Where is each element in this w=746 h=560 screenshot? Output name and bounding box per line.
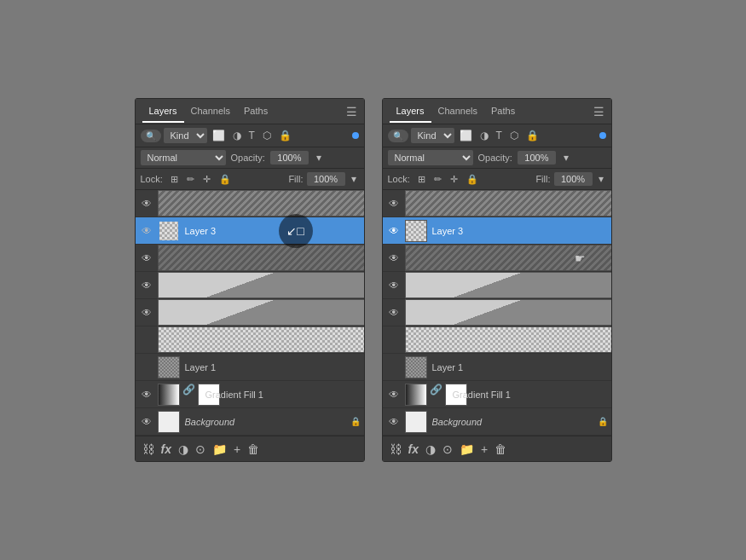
right-panel: Layers Channels Paths ☰ 🔍 Kind ⬜ ◑ T ⬡ 🔒… — [382, 98, 612, 462]
left-layer-branch-mask[interactable]: 👁 branch mask — [136, 299, 364, 326]
left-icon-adjust[interactable]: ◑ — [230, 128, 244, 143]
left-layer-background[interactable]: 👁 Background 🔒 — [136, 408, 364, 436]
right-fill-input[interactable] — [554, 172, 593, 186]
left-panel-tabs: Layers Channels Paths ☰ — [136, 99, 364, 124]
right-eye-leopards-mask[interactable]: 👁 — [386, 251, 402, 266]
left-layer-leopards-mask[interactable]: 👁 leopards mas Alt — [136, 245, 364, 272]
right-icon-image[interactable]: ⬜ — [457, 128, 475, 143]
left-icon-image[interactable]: ⬜ — [210, 128, 228, 143]
right-eye-gradient[interactable]: 👁 — [386, 387, 402, 402]
left-lock-checker[interactable]: ⊞ — [168, 173, 181, 186]
right-footer-new-fill[interactable]: ◑ — [425, 442, 436, 456]
right-footer-delete[interactable]: 🗑 — [494, 442, 506, 456]
right-footer-group[interactable]: 📁 — [460, 442, 474, 456]
right-lock-move[interactable]: ✛ — [448, 173, 460, 186]
left-toolbar-kind: 🔍 Kind ⬜ ◑ T ⬡ 🔒 — [136, 124, 364, 147]
left-fill-arrow[interactable]: ▾ — [349, 171, 359, 187]
right-footer-fx[interactable]: fx — [408, 442, 419, 456]
left-footer-group[interactable]: 📁 — [212, 442, 227, 456]
left-layer-branch[interactable]: 👁 branch — [136, 272, 364, 299]
right-opacity-arrow[interactable]: ▾ — [561, 150, 571, 165]
right-kind-select[interactable]: Kind — [411, 128, 454, 143]
right-lock-all[interactable]: 🔒 — [464, 173, 481, 186]
left-lock-move[interactable]: ✛ — [200, 173, 213, 186]
right-lock-brush[interactable]: ✏ — [431, 173, 444, 186]
right-eye-branch-mask[interactable]: 👁 — [386, 305, 402, 320]
left-kind-select[interactable]: Kind — [164, 128, 207, 143]
right-layer-layer1[interactable]: Layer 1 — [383, 354, 611, 381]
left-eye-branch-mask[interactable]: 👁 — [139, 305, 154, 320]
left-eye-branch[interactable]: 👁 — [139, 278, 154, 293]
left-layers-list: 👁 leopards 👁 Layer 3 ↙□ 👁 leopa — [136, 190, 364, 436]
right-icon-adjust[interactable]: ◑ — [477, 128, 491, 143]
tab-channels-left[interactable]: Channels — [184, 101, 237, 123]
right-opacity-input[interactable] — [518, 151, 556, 165]
left-footer-fx[interactable]: fx — [161, 442, 171, 456]
right-layer-background[interactable]: 👁 Background 🔒 — [383, 408, 611, 436]
right-icon-smart[interactable]: 🔒 — [523, 128, 541, 143]
left-eye-gradient[interactable]: 👁 — [139, 387, 154, 402]
right-eye-layer1[interactable] — [386, 360, 402, 375]
right-eye-background[interactable]: 👁 — [386, 414, 402, 430]
right-layer-layer2[interactable]: Layer 2 — [383, 326, 611, 354]
right-blend-select[interactable]: Normal — [388, 150, 473, 165]
right-thumb-leopards — [405, 190, 611, 216]
right-layer-branch[interactable]: 👁 branch — [383, 272, 611, 299]
left-footer-delete[interactable]: 🗑 — [247, 442, 259, 456]
left-layer-layer2[interactable]: Layer 2 — [136, 326, 364, 354]
left-eye-leopards[interactable]: 👁 — [139, 196, 154, 211]
left-footer-new-layer[interactable]: + — [234, 442, 240, 456]
right-layer-leopards[interactable]: 👁 leopards — [383, 190, 611, 217]
left-icon-shape[interactable]: ⬡ — [260, 128, 274, 143]
panel-menu-icon-right[interactable]: ☰ — [593, 105, 604, 118]
right-eye-layer3[interactable]: 👁 — [386, 223, 402, 239]
left-opacity-input[interactable] — [270, 151, 309, 165]
left-eye-layer1[interactable] — [139, 360, 154, 375]
left-lock-brush[interactable]: ✏ — [184, 173, 197, 186]
right-dot-icon — [599, 132, 606, 139]
right-eye-leopards[interactable]: 👁 — [386, 196, 402, 211]
left-eye-leopards-mask[interactable]: 👁 — [139, 251, 154, 266]
panel-menu-icon-left[interactable]: ☰ — [346, 105, 357, 118]
left-thumb-branch — [158, 272, 364, 298]
left-footer-new-adj[interactable]: ⊙ — [195, 442, 205, 456]
left-footer-new-fill[interactable]: ◑ — [178, 442, 188, 456]
right-icon-shape[interactable]: ⬡ — [507, 128, 521, 143]
left-layer-layer3[interactable]: 👁 Layer 3 ↙□ — [136, 217, 364, 245]
right-icon-type[interactable]: T — [494, 128, 505, 143]
right-layer-gradient[interactable]: 👁 🔗 Gradient Fill 1 — [383, 381, 611, 408]
left-thumb-leopards-mask — [158, 245, 364, 271]
right-footer-new-layer[interactable]: + — [481, 442, 488, 456]
left-eye-layer2[interactable] — [139, 332, 154, 348]
left-layer-leopards[interactable]: 👁 leopards — [136, 190, 364, 217]
right-layer-leopards-mask[interactable]: 👁 leopards mask ☛ — [383, 245, 611, 272]
tab-layers-right[interactable]: Layers — [390, 101, 431, 123]
left-move-cursor-overlay: ↙□ — [279, 214, 313, 248]
left-fill-input[interactable] — [307, 172, 345, 186]
right-eye-branch[interactable]: 👁 — [386, 278, 402, 293]
left-icon-type[interactable]: T — [246, 128, 257, 143]
right-footer-new-adj[interactable]: ⊙ — [442, 442, 453, 456]
right-lock-checker[interactable]: ⊞ — [415, 173, 428, 186]
right-layer-branch-mask[interactable]: 👁 branch mask — [383, 299, 611, 326]
left-blend-select[interactable]: Normal — [141, 150, 226, 165]
left-icon-smart[interactable]: 🔒 — [276, 128, 294, 143]
left-eye-background[interactable]: 👁 — [139, 414, 154, 430]
right-eye-layer2[interactable] — [386, 332, 402, 348]
left-layer-layer1[interactable]: Layer 1 — [136, 354, 364, 381]
tab-paths-left[interactable]: Paths — [237, 101, 275, 123]
tab-channels-right[interactable]: Channels — [431, 101, 484, 123]
left-name-background: Background — [185, 417, 347, 427]
tab-layers-left[interactable]: Layers — [142, 101, 184, 123]
left-opacity-arrow[interactable]: ▾ — [314, 150, 324, 165]
left-search-bar: 🔍 — [141, 130, 161, 142]
left-footer-link[interactable]: ⛓ — [142, 442, 154, 456]
left-eye-layer3[interactable]: 👁 — [139, 223, 154, 239]
left-layer-gradient[interactable]: 👁 🔗 Gradient Fill 1 — [136, 381, 364, 408]
right-layer-layer3[interactable]: 👁 Layer 3 — [383, 217, 611, 245]
right-fill-arrow[interactable]: ▾ — [596, 171, 606, 187]
left-lock-all[interactable]: 🔒 — [217, 173, 234, 186]
tab-paths-right[interactable]: Paths — [484, 101, 522, 123]
right-footer-link[interactable]: ⛓ — [390, 442, 402, 456]
right-thumb-layer2 — [405, 326, 611, 353]
